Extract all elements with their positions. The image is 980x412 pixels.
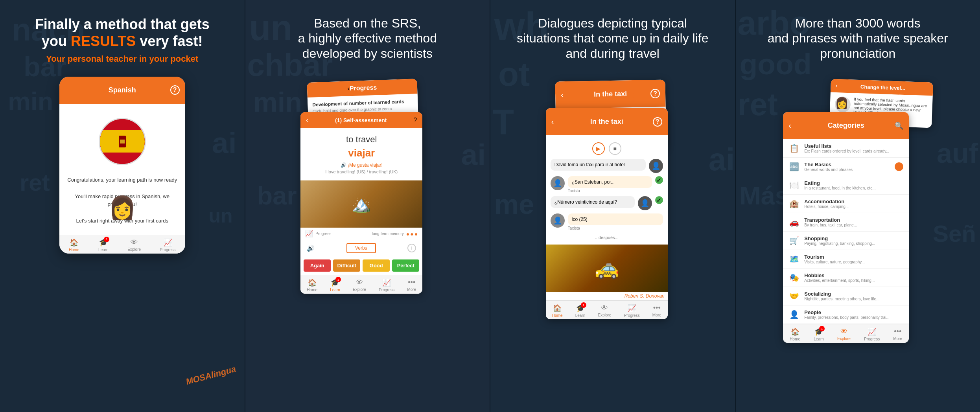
panel1-title-line2-end: very fast!	[136, 33, 203, 49]
panel1-title-line1: Finally a method that gets	[35, 16, 210, 32]
phone-body-panel1: 👩 Congratulations, your learning path is…	[59, 104, 185, 235]
shopping-icon: 🛒	[788, 236, 799, 245]
nav-progress-panel3[interactable]: 📈 Progress	[624, 304, 640, 318]
nav-more-panel3[interactable]: ••• More	[652, 304, 661, 318]
socializing-text: Socializing Nightlife, parties, meeting …	[804, 291, 903, 301]
panel-vocabulary: arbo good ret auf Más Señ More than 3000…	[736, 0, 980, 412]
phone-header-title-panel1: Spanish	[102, 81, 142, 99]
sa-title: (1) Self-assessment	[335, 117, 387, 123]
socializing-icon: 🤝	[788, 291, 799, 301]
sa-speaker-icon[interactable]: 🔊	[307, 245, 315, 252]
sa-translation: I love travelling! (US) / travelling! (U…	[307, 169, 416, 174]
panel2-heading: Based on the SRS,a highly effective meth…	[298, 16, 437, 65]
category-item-useful-lists[interactable]: 📋 Useful lists Ex: Flash cards ordered b…	[783, 139, 909, 158]
dialogue-text-3: ¿Número veinticinco de aquí?	[551, 196, 635, 208]
sa-category-button[interactable]: Verbs	[346, 243, 376, 253]
nav-more-panel4[interactable]: ••• More	[893, 327, 902, 341]
home-icon-panel4: 🏠	[791, 327, 799, 336]
people-text: People Family, professions, body parts, …	[804, 309, 903, 320]
dialogue-text-2: ¿San Esteban, por... Taxista	[568, 176, 652, 193]
progress-title: Progress	[350, 84, 377, 92]
category-item-hobbies[interactable]: 🎭 Hobbies Activities, entertainment, spo…	[783, 269, 909, 287]
nav-explore-panel3[interactable]: 👁 Explore	[598, 304, 612, 318]
explore-icon-panel4: 👁	[840, 327, 847, 336]
tourism-icon: 🗺️	[788, 254, 799, 264]
taxi-back-main[interactable]: ‹	[551, 117, 554, 126]
sa-btn-again[interactable]: Again	[304, 259, 331, 272]
taxi-help-main[interactable]: ?	[653, 117, 662, 127]
category-item-accommodation[interactable]: 🏨 Accommodation Hotels, house, camping..…	[783, 195, 909, 213]
sa-english: to travel	[307, 134, 416, 145]
category-item-tourism[interactable]: 🗺️ Tourism Visits, culture, nature, geog…	[783, 250, 909, 269]
basics-icon: 🔤	[788, 162, 799, 171]
categories-card: ‹ Categories 🔍 📋 Useful lists Ex: Flash …	[783, 112, 909, 343]
nav-home-panel3[interactable]: 🏠 Home	[552, 304, 563, 318]
panel1-title-line2-normal: you	[42, 33, 71, 49]
sa-btn-perfect[interactable]: Perfect	[392, 259, 419, 272]
nav-learn-panel3[interactable]: 🎓 1 Learn	[575, 304, 586, 318]
sa-spanish: viajar	[307, 147, 416, 159]
nav-progress-panel2[interactable]: 📈 Progress	[379, 278, 394, 292]
categories-back[interactable]: ‹	[788, 121, 791, 130]
cl-title: Change the level...	[860, 84, 906, 91]
taxi-back-top[interactable]: ‹	[561, 90, 564, 99]
sa-help-icon[interactable]: ?	[413, 117, 417, 124]
panel4-heading: More than 3000 wordsand phrases with nat…	[768, 16, 948, 65]
taxi-card-main: ‹ In the taxi ? ▶ ■ David toma un taxi p…	[546, 108, 668, 319]
phones-container-panel2: ‹ Progress Development of number of lear…	[257, 81, 478, 277]
dialogue-text-4: ico (25) Taxista	[568, 213, 663, 230]
nav-home-panel2[interactable]: 🏠 Home	[307, 278, 317, 292]
sa-image: 🏔️	[300, 180, 422, 228]
nav-learn-panel2[interactable]: 🎓 1 Learn	[330, 278, 340, 292]
sa-dots: ● ● ●	[406, 231, 418, 237]
category-item-people[interactable]: 👤 People Family, professions, body parts…	[783, 305, 909, 324]
category-item-socializing[interactable]: 🤝 Socializing Nightlife, parties, meetin…	[783, 287, 909, 305]
basics-title: The Basics	[804, 162, 890, 167]
panel1-title: Finally a method that gets you RESULTS v…	[35, 16, 210, 50]
taxi-help-top[interactable]: ?	[650, 88, 660, 98]
category-item-shopping[interactable]: 🛒 Shopping Paying, negotiating, banking,…	[783, 232, 909, 250]
panel2-title: Based on the SRS,a highly effective meth…	[298, 16, 437, 61]
panel3-heading: Dialogues depicting typicalsituations th…	[517, 16, 708, 65]
sa-rating-buttons: Again Difficult Good Perfect	[300, 256, 422, 275]
nav-explore-panel2[interactable]: 👁 Explore	[353, 278, 366, 292]
dialogue-row-4: 👤 ico (25) Taxista	[551, 213, 663, 230]
transportation-icon: 🚗	[788, 217, 799, 227]
nav-explore-panel4[interactable]: 👁 Explore	[837, 327, 851, 341]
sa-memory-row: long-term memory ● ● ●	[372, 231, 418, 237]
speaker-avatar-4: 👤	[551, 213, 565, 228]
sa-progress-link[interactable]: 📈 Progress	[305, 230, 331, 237]
explore-icon-panel3: 👁	[601, 304, 608, 312]
categories-list: 📋 Useful lists Ex: Flash cards ordered b…	[783, 139, 909, 324]
nav-home-panel4[interactable]: 🏠 Home	[790, 327, 800, 341]
avatar-panel1: 👩	[99, 118, 146, 165]
sa-btn-good[interactable]: Good	[363, 259, 390, 272]
more-icon-panel4: •••	[894, 327, 901, 336]
phones-container-panel3: ‹ In the taxi ? ▶ ■ David toma un taxi p…	[502, 81, 723, 285]
category-item-transportation[interactable]: 🚗 Transportation By train, bus, taxi, ca…	[783, 213, 909, 232]
help-icon-panel1[interactable]: ?	[170, 85, 180, 95]
categories-search-icon[interactable]: 🔍	[895, 121, 903, 130]
nav-learn-panel4[interactable]: 🎓 1 Learn	[814, 327, 824, 341]
sa-info-icon[interactable]: i	[407, 244, 416, 252]
cards-stack-panel4: ‹ Change the level... 👩 If you feel that…	[783, 81, 932, 289]
accommodation-sub: Hotels, house, camping...	[804, 204, 903, 209]
dialogue-text-1: David toma un taxi para ir al hotel	[551, 159, 646, 171]
transportation-sub: By train, bus, taxi, car, plane...	[804, 223, 903, 227]
shopping-title: Shopping	[804, 235, 903, 241]
cl-back-arrow[interactable]: ‹	[835, 82, 838, 89]
sa-audio[interactable]: 🔊 ¡Me gusta viajar!	[307, 162, 416, 168]
socializing-title: Socializing	[804, 291, 903, 297]
useful-lists-icon: 📋	[788, 143, 799, 153]
sa-btn-difficult[interactable]: Difficult	[333, 259, 360, 272]
nav-more-panel2[interactable]: ••• More	[407, 278, 416, 292]
category-item-eating[interactable]: 🍽️ Eating In a restaurant, food, in the …	[783, 176, 909, 195]
taxi-stop-btn-main[interactable]: ■	[609, 142, 621, 155]
hobbies-title: Hobbies	[804, 272, 903, 278]
nav-progress-panel4[interactable]: 📈 Progress	[864, 327, 880, 341]
sa-back-arrow[interactable]: ‹	[306, 116, 308, 124]
taxi-play-btn-main[interactable]: ▶	[592, 142, 605, 155]
category-item-basics[interactable]: 🔤 The Basics General words and phrases	[783, 158, 909, 176]
more-icon-panel2: •••	[408, 278, 415, 287]
categories-header: ‹ Categories 🔍	[783, 112, 909, 139]
